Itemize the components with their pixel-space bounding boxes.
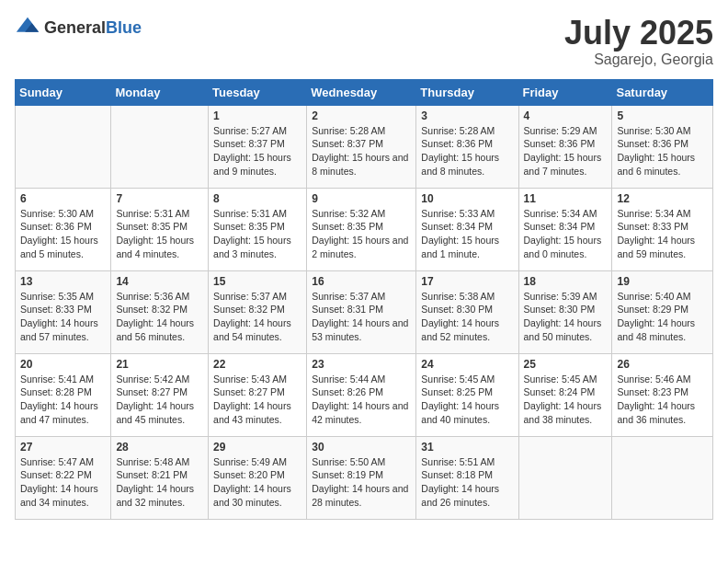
day-info: Sunrise: 5:42 AM Sunset: 8:27 PM Dayligh… — [116, 373, 203, 427]
logo-blue: Blue — [106, 18, 142, 37]
calendar-cell: 4Sunrise: 5:29 AM Sunset: 8:36 PM Daylig… — [518, 105, 612, 188]
day-info: Sunrise: 5:50 AM Sunset: 8:19 PM Dayligh… — [312, 455, 411, 510]
day-number: 10 — [421, 192, 513, 205]
calendar-cell: 19Sunrise: 5:40 AM Sunset: 8:29 PM Dayli… — [612, 270, 713, 353]
calendar-cell: 30Sunrise: 5:50 AM Sunset: 8:19 PM Dayli… — [307, 436, 416, 519]
calendar-cell: 17Sunrise: 5:38 AM Sunset: 8:30 PM Dayli… — [416, 270, 518, 353]
calendar-cell: 10Sunrise: 5:33 AM Sunset: 8:34 PM Dayli… — [416, 188, 518, 270]
calendar-week-row: 27Sunrise: 5:47 AM Sunset: 8:22 PM Dayli… — [16, 436, 713, 519]
day-number: 18 — [524, 275, 608, 288]
calendar-week-row: 1Sunrise: 5:27 AM Sunset: 8:37 PM Daylig… — [16, 105, 713, 188]
calendar-cell: 5Sunrise: 5:30 AM Sunset: 8:36 PM Daylig… — [612, 105, 713, 188]
day-info: Sunrise: 5:28 AM Sunset: 8:36 PM Dayligh… — [421, 124, 513, 178]
day-info: Sunrise: 5:46 AM Sunset: 8:23 PM Dayligh… — [617, 373, 708, 427]
day-number: 2 — [312, 109, 411, 122]
day-number: 1 — [213, 109, 301, 122]
calendar-cell: 11Sunrise: 5:34 AM Sunset: 8:34 PM Dayli… — [518, 188, 612, 270]
calendar-cell: 29Sunrise: 5:49 AM Sunset: 8:20 PM Dayli… — [209, 436, 307, 519]
day-info: Sunrise: 5:49 AM Sunset: 8:20 PM Dayligh… — [213, 455, 301, 510]
header-row: SundayMondayTuesdayWednesdayThursdayFrid… — [16, 79, 713, 105]
calendar-cell: 14Sunrise: 5:36 AM Sunset: 8:32 PM Dayli… — [111, 270, 209, 353]
day-number: 6 — [20, 192, 106, 205]
calendar-cell: 2Sunrise: 5:28 AM Sunset: 8:37 PM Daylig… — [307, 105, 416, 188]
day-number: 15 — [213, 275, 301, 288]
calendar-cell: 25Sunrise: 5:45 AM Sunset: 8:24 PM Dayli… — [518, 353, 612, 436]
calendar-cell: 24Sunrise: 5:45 AM Sunset: 8:25 PM Dayli… — [416, 353, 518, 436]
day-number: 14 — [116, 275, 203, 288]
header-day: Thursday — [416, 79, 518, 105]
day-number: 26 — [617, 358, 708, 371]
calendar-week-row: 20Sunrise: 5:41 AM Sunset: 8:28 PM Dayli… — [16, 353, 713, 436]
header-day: Saturday — [612, 79, 713, 105]
day-info: Sunrise: 5:29 AM Sunset: 8:36 PM Dayligh… — [524, 124, 608, 178]
day-number: 23 — [312, 358, 411, 371]
logo: GeneralBlue — [15, 15, 142, 40]
day-info: Sunrise: 5:30 AM Sunset: 8:36 PM Dayligh… — [617, 124, 708, 178]
day-number: 31 — [421, 441, 513, 454]
header-day: Sunday — [16, 79, 111, 105]
calendar-cell: 18Sunrise: 5:39 AM Sunset: 8:30 PM Dayli… — [518, 270, 612, 353]
day-info: Sunrise: 5:27 AM Sunset: 8:37 PM Dayligh… — [213, 124, 301, 178]
calendar-cell: 7Sunrise: 5:31 AM Sunset: 8:35 PM Daylig… — [111, 188, 209, 270]
day-info: Sunrise: 5:39 AM Sunset: 8:30 PM Dayligh… — [524, 290, 608, 344]
day-info: Sunrise: 5:36 AM Sunset: 8:32 PM Dayligh… — [116, 290, 203, 344]
day-number: 29 — [213, 441, 301, 454]
calendar-table: SundayMondayTuesdayWednesdayThursdayFrid… — [15, 79, 713, 520]
day-number: 25 — [524, 358, 608, 371]
day-info: Sunrise: 5:41 AM Sunset: 8:28 PM Dayligh… — [20, 373, 106, 427]
day-number: 19 — [617, 275, 708, 288]
logo-general: General — [44, 18, 106, 37]
calendar-cell — [16, 105, 111, 188]
day-number: 11 — [524, 192, 608, 205]
calendar-cell: 3Sunrise: 5:28 AM Sunset: 8:36 PM Daylig… — [416, 105, 518, 188]
day-number: 21 — [116, 358, 203, 371]
day-info: Sunrise: 5:33 AM Sunset: 8:34 PM Dayligh… — [421, 207, 513, 261]
calendar-cell: 6Sunrise: 5:30 AM Sunset: 8:36 PM Daylig… — [16, 188, 111, 270]
calendar-week-row: 13Sunrise: 5:35 AM Sunset: 8:33 PM Dayli… — [16, 270, 713, 353]
day-info: Sunrise: 5:47 AM Sunset: 8:22 PM Dayligh… — [20, 455, 106, 510]
day-info: Sunrise: 5:30 AM Sunset: 8:36 PM Dayligh… — [20, 207, 106, 261]
calendar-cell: 27Sunrise: 5:47 AM Sunset: 8:22 PM Dayli… — [16, 436, 111, 519]
calendar-cell — [612, 436, 713, 519]
day-number: 9 — [312, 192, 411, 205]
calendar-cell — [111, 105, 209, 188]
day-number: 28 — [116, 441, 203, 454]
day-number: 20 — [20, 358, 106, 371]
calendar-cell: 8Sunrise: 5:31 AM Sunset: 8:35 PM Daylig… — [209, 188, 307, 270]
day-number: 22 — [213, 358, 301, 371]
day-info: Sunrise: 5:40 AM Sunset: 8:29 PM Dayligh… — [617, 290, 708, 344]
day-number: 8 — [213, 192, 301, 205]
header-day: Wednesday — [307, 79, 416, 105]
header-day: Tuesday — [209, 79, 307, 105]
day-info: Sunrise: 5:44 AM Sunset: 8:26 PM Dayligh… — [312, 373, 411, 427]
day-info: Sunrise: 5:37 AM Sunset: 8:32 PM Dayligh… — [213, 290, 301, 344]
main-title: July 2025 — [564, 15, 713, 52]
day-number: 27 — [20, 441, 106, 454]
day-number: 3 — [421, 109, 513, 122]
calendar-cell: 26Sunrise: 5:46 AM Sunset: 8:23 PM Dayli… — [612, 353, 713, 436]
day-info: Sunrise: 5:37 AM Sunset: 8:31 PM Dayligh… — [312, 290, 411, 344]
calendar-cell: 28Sunrise: 5:48 AM Sunset: 8:21 PM Dayli… — [111, 436, 209, 519]
logo-icon — [15, 15, 40, 40]
day-number: 12 — [617, 192, 708, 205]
calendar-cell: 23Sunrise: 5:44 AM Sunset: 8:26 PM Dayli… — [307, 353, 416, 436]
day-number: 13 — [20, 275, 106, 288]
day-number: 5 — [617, 109, 708, 122]
day-number: 4 — [524, 109, 608, 122]
day-number: 30 — [312, 441, 411, 454]
calendar-cell: 1Sunrise: 5:27 AM Sunset: 8:37 PM Daylig… — [209, 105, 307, 188]
day-info: Sunrise: 5:28 AM Sunset: 8:37 PM Dayligh… — [312, 124, 411, 178]
calendar-cell: 22Sunrise: 5:43 AM Sunset: 8:27 PM Dayli… — [209, 353, 307, 436]
header: GeneralBlue July 2025 Sagarejo, Georgia — [15, 15, 713, 68]
sub-title: Sagarejo, Georgia — [564, 52, 713, 68]
day-info: Sunrise: 5:31 AM Sunset: 8:35 PM Dayligh… — [116, 207, 203, 261]
title-area: July 2025 Sagarejo, Georgia — [564, 15, 713, 68]
day-info: Sunrise: 5:35 AM Sunset: 8:33 PM Dayligh… — [20, 290, 106, 344]
header-day: Friday — [518, 79, 612, 105]
day-info: Sunrise: 5:34 AM Sunset: 8:34 PM Dayligh… — [524, 207, 608, 261]
day-info: Sunrise: 5:48 AM Sunset: 8:21 PM Dayligh… — [116, 455, 203, 510]
calendar-cell: 12Sunrise: 5:34 AM Sunset: 8:33 PM Dayli… — [612, 188, 713, 270]
calendar-cell: 15Sunrise: 5:37 AM Sunset: 8:32 PM Dayli… — [209, 270, 307, 353]
day-info: Sunrise: 5:34 AM Sunset: 8:33 PM Dayligh… — [617, 207, 708, 261]
calendar-cell: 13Sunrise: 5:35 AM Sunset: 8:33 PM Dayli… — [16, 270, 111, 353]
